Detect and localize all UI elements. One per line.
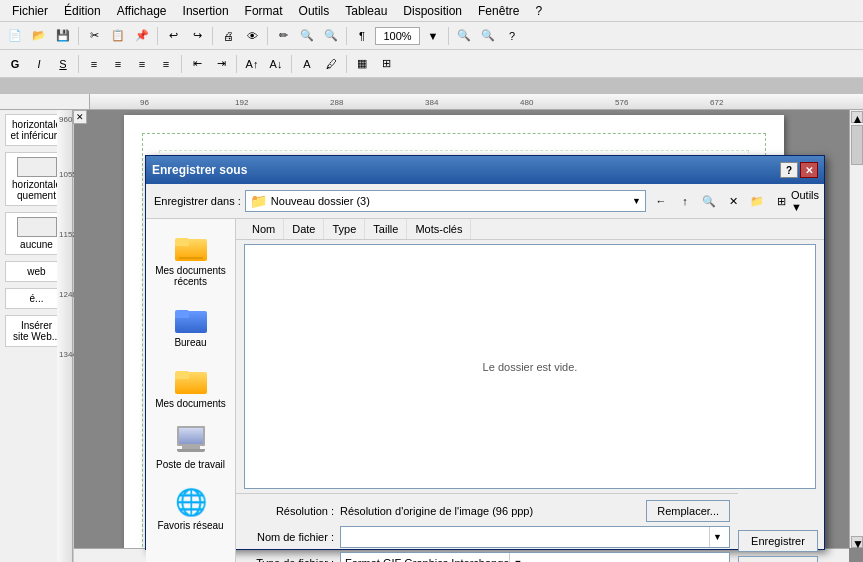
col-motscles: Mots-clés <box>407 219 471 239</box>
filetype-label: Type de fichier : <box>244 557 334 562</box>
filetype-combo[interactable]: Format GIF Graphics Interchange ▼ <box>340 552 730 562</box>
filename-input[interactable]: Image1 <box>345 531 709 543</box>
dialog-title: Enregistrer sous <box>152 163 780 177</box>
replace-btn[interactable]: Remplacer... <box>646 500 730 522</box>
dialog-titlebar: Enregistrer sous ? ✕ <box>146 156 824 184</box>
column-headers: Nom Date Type Taille Mots-clés <box>236 219 824 240</box>
nav-back-btn[interactable]: ← <box>650 190 672 212</box>
nav-mydocs[interactable]: Mes documents <box>151 360 231 413</box>
nav-bureau[interactable]: Bureau <box>151 299 231 352</box>
recent-docs-icon <box>173 231 209 263</box>
empty-message: Le dossier est vide. <box>483 361 578 373</box>
network-icon: 🌐 <box>173 486 209 518</box>
mydocs-icon <box>173 364 209 396</box>
resolution-label: Résolution : <box>244 505 334 517</box>
dialog-title-buttons: ? ✕ <box>780 162 818 178</box>
dialog-bottom-area: Résolution : Résolution d'origine de l'i… <box>236 493 824 562</box>
nav-recent-docs[interactable]: Mes documentsrécents <box>151 227 231 291</box>
nav-up-btn[interactable]: ↑ <box>674 190 696 212</box>
resolution-value: Résolution d'origine de l'image (96 ppp) <box>340 505 640 517</box>
nav-bureau-label: Bureau <box>174 337 206 348</box>
nav-view-btn[interactable]: ⊞ <box>770 190 792 212</box>
location-arrow: ▼ <box>632 196 641 206</box>
dialog-fields: Résolution : Résolution d'origine de l'i… <box>236 493 738 562</box>
location-value: Nouveau dossier (3) <box>271 195 370 207</box>
nav-tools-btn[interactable]: Outils ▼ <box>794 190 816 212</box>
nav-delete-btn[interactable]: ✕ <box>722 190 744 212</box>
filename-combo[interactable]: Image1 ▼ <box>340 526 730 548</box>
nav-network-label: Favoris réseau <box>157 520 223 531</box>
filename-label: Nom de fichier : <box>244 531 334 543</box>
nav-network[interactable]: 🌐 Favoris réseau <box>151 482 231 535</box>
location-combo[interactable]: 📁 Nouveau dossier (3) ▼ <box>245 190 646 212</box>
dialog-overlay: Enregistrer sous ? ✕ Enregistrer dans : … <box>0 0 863 562</box>
file-list: Le dossier est vide. <box>244 244 816 489</box>
filetype-row: Type de fichier : Format GIF Graphics In… <box>244 552 730 562</box>
location-label: Enregistrer dans : <box>154 195 241 207</box>
dialog-location-bar: Enregistrer dans : 📁 Nouveau dossier (3)… <box>146 184 824 219</box>
col-taille: Taille <box>365 219 407 239</box>
bureau-icon <box>173 303 209 335</box>
save-dialog-btn[interactable]: Enregistrer <box>738 530 818 552</box>
dialog-help-btn[interactable]: ? <box>780 162 798 178</box>
nav-recent-label: Mes documentsrécents <box>155 265 226 287</box>
filetype-value: Format GIF Graphics Interchange <box>345 557 509 562</box>
filename-row: Nom de fichier : Image1 ▼ <box>244 526 730 548</box>
cancel-dialog-btn[interactable]: Annuler <box>738 556 818 562</box>
nav-computer[interactable]: Poste de travail <box>151 421 231 474</box>
filename-dropdown-arrow[interactable]: ▼ <box>709 527 725 547</box>
nav-search-btn[interactable]: 🔍 <box>698 190 720 212</box>
dialog-nav: Mes documentsrécents Bureau <box>146 219 236 562</box>
dialog-body: Mes documentsrécents Bureau <box>146 219 824 562</box>
folder-icon-small: 📁 <box>250 193 267 209</box>
nav-newfolder-btn[interactable]: 📁 <box>746 190 768 212</box>
computer-icon <box>173 425 209 457</box>
nav-mydocs-label: Mes documents <box>155 398 226 409</box>
col-type: Type <box>324 219 365 239</box>
dialog-right: Nom Date Type Taille Mots-clés Le dossie… <box>236 219 824 562</box>
resolution-row: Résolution : Résolution d'origine de l'i… <box>244 500 730 522</box>
nav-computer-label: Poste de travail <box>156 459 225 470</box>
save-dialog: Enregistrer sous ? ✕ Enregistrer dans : … <box>145 155 825 550</box>
col-date: Date <box>284 219 324 239</box>
location-toolbar: ← ↑ 🔍 ✕ 📁 ⊞ Outils ▼ <box>650 190 816 212</box>
filetype-dropdown-arrow[interactable]: ▼ <box>509 553 525 562</box>
dialog-close-btn[interactable]: ✕ <box>800 162 818 178</box>
col-nom: Nom <box>244 219 284 239</box>
action-buttons: Enregistrer Annuler <box>738 493 824 562</box>
